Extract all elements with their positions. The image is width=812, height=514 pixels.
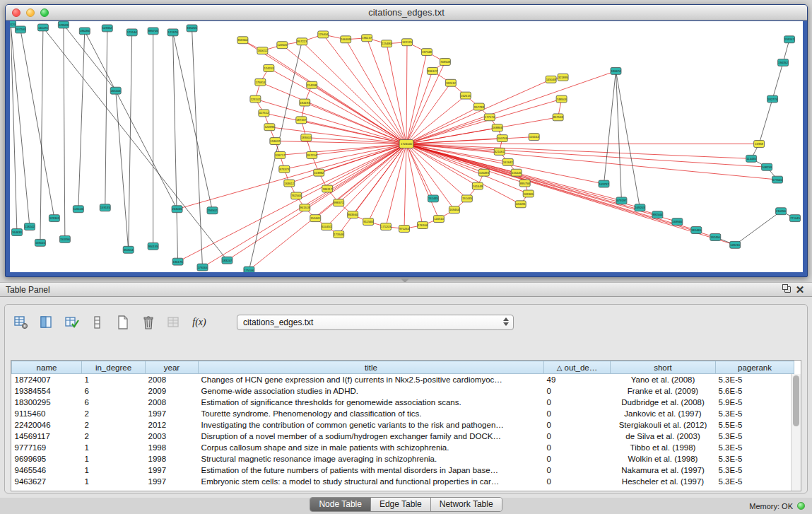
graph-edge[interactable] <box>249 144 406 270</box>
graph-edge[interactable] <box>735 211 781 245</box>
graph-edge[interactable] <box>227 144 406 261</box>
graph-edge[interactable] <box>178 144 406 262</box>
graph-edge[interactable] <box>406 107 479 144</box>
table-row[interactable]: 1938455462009Genome-wide association stu… <box>12 385 794 397</box>
graph-edge[interactable] <box>387 44 406 144</box>
graph-edge[interactable] <box>78 31 85 209</box>
graph-edge[interactable] <box>406 62 445 144</box>
table-cell: 6 <box>82 385 146 397</box>
row-options-button[interactable] <box>88 313 107 332</box>
graph-edge[interactable] <box>40 28 43 243</box>
graph-edge[interactable] <box>269 68 406 144</box>
graph-edge[interactable] <box>43 28 228 260</box>
graph-edge[interactable] <box>346 40 406 144</box>
graph-edge[interactable] <box>406 71 616 144</box>
table-cell: Changes of HCN gene expression and I(f) … <box>199 374 544 385</box>
column-header-out_de[interactable]: △out_de… <box>544 361 611 374</box>
graph-edge[interactable] <box>319 144 406 173</box>
table-cell: Wolkin et al. (1998) <box>611 453 716 465</box>
graph-edge[interactable] <box>404 144 406 229</box>
graph-edge[interactable] <box>406 144 735 245</box>
close-button[interactable] <box>12 8 20 17</box>
graph-node-label: 957788 <box>474 105 485 109</box>
graph-node-label: 970264 <box>399 227 410 230</box>
graph-edge[interactable] <box>20 30 54 218</box>
column-header-year[interactable]: year <box>146 361 199 374</box>
table-row[interactable]: 911546021997Tourette syndrome. Phenomeno… <box>12 408 794 419</box>
graph-edge[interactable] <box>192 28 203 267</box>
graph-node-label: 427512 <box>259 112 269 115</box>
edit-table-button[interactable] <box>63 313 81 332</box>
table-cell: 0 <box>544 465 611 476</box>
graph-node-label: 610451 <box>322 225 332 228</box>
network-canvas[interactable]: 1724040818304160012122605957223125404166… <box>10 21 803 272</box>
graph-edge[interactable] <box>173 33 213 211</box>
scrollbar-thumb[interactable] <box>793 375 799 426</box>
import-table-button[interactable] <box>165 313 183 332</box>
graph-edge[interactable] <box>85 31 177 209</box>
table-row[interactable]: 1872400712008Changes of HCN gene express… <box>12 374 794 385</box>
table-row[interactable]: 2242004622012Investigating the contribut… <box>12 419 794 431</box>
delete-button[interactable] <box>139 313 158 332</box>
graph-edge[interactable] <box>116 90 129 250</box>
table-cell: 1 <box>82 476 146 487</box>
graph-edge[interactable] <box>64 25 65 239</box>
table-row[interactable]: 1830029562008Estimation of significance … <box>12 397 794 408</box>
graph-edge[interactable] <box>616 71 621 200</box>
column-header-short[interactable]: short <box>611 361 716 374</box>
graph-edge[interactable] <box>604 71 616 184</box>
graph-edge[interactable] <box>173 33 178 262</box>
network-view-window: citations_edges.txt 17240408183041600121… <box>5 4 808 277</box>
table-row[interactable]: 969969511998Structural magnetic resonanc… <box>12 453 794 465</box>
graph-edge[interactable] <box>616 71 640 207</box>
graph-node-label: 863560 <box>348 213 358 216</box>
show-columns-button[interactable] <box>37 313 56 332</box>
function-builder-button[interactable]: f(x) <box>190 313 208 332</box>
table-cell: 18724007 <box>12 374 82 385</box>
graph-edge[interactable] <box>262 51 406 144</box>
graph-edge[interactable] <box>353 144 406 215</box>
graph-edge[interactable] <box>759 99 772 144</box>
column-header-name[interactable]: name <box>12 361 82 374</box>
graph-edge[interactable] <box>105 28 107 208</box>
graph-node-label: 128216 <box>730 243 741 247</box>
column-header-pagerank[interactable]: pagerank <box>716 361 794 374</box>
minimize-button[interactable] <box>26 8 35 17</box>
table-cell: Hescheler et al. (1997) <box>611 476 716 487</box>
graph-edge[interactable] <box>406 42 407 144</box>
table-cell: 5.3E-5 <box>716 431 794 442</box>
table-row[interactable]: 946362711997Embryonic stem cells: a mode… <box>12 476 794 487</box>
graph-edge[interactable] <box>406 144 777 180</box>
table-scrollbar[interactable] <box>791 374 801 491</box>
graph-edge[interactable] <box>301 120 406 144</box>
column-header-in_degree[interactable]: in_degree <box>82 361 146 374</box>
function-builder-label: f(x) <box>192 317 206 328</box>
float-panel-button[interactable] <box>781 284 794 296</box>
graph-edge[interactable] <box>129 33 132 250</box>
table-cell: 0 <box>544 385 611 397</box>
graph-edge[interactable] <box>312 85 406 144</box>
table-row[interactable]: 977716911998Corpus callosum shape and si… <box>12 442 794 453</box>
graph-edge[interactable] <box>284 144 406 170</box>
table-row[interactable]: 1456911722003Disruption of a novel membe… <box>12 431 794 442</box>
table-cell: 14569117 <box>12 431 82 442</box>
table-row[interactable]: 946554611997Estimation of the future num… <box>12 465 794 476</box>
graph-edge[interactable] <box>406 144 767 168</box>
graph-edge[interactable] <box>64 25 116 90</box>
window-titlebar[interactable]: citations_edges.txt <box>6 5 807 21</box>
graph-edge[interactable] <box>323 35 406 144</box>
graph-edge[interactable] <box>260 82 406 144</box>
table-options-button[interactable] <box>12 313 30 332</box>
graph-node-label: 748503 <box>557 98 567 101</box>
table-selector-dropdown[interactable]: citations_edges.txt <box>237 315 514 330</box>
column-header-title[interactable]: title <box>199 361 544 374</box>
zoom-button[interactable] <box>40 8 49 17</box>
graph-edge[interactable] <box>772 63 783 100</box>
graph-edge[interactable] <box>406 144 751 159</box>
close-panel-button[interactable]: ✕ <box>794 284 806 296</box>
graph-node-label: 160012 <box>257 49 268 52</box>
graph-edge[interactable] <box>326 144 406 227</box>
graph-node-label: 169203 <box>635 206 645 209</box>
graph-edge[interactable] <box>386 144 406 227</box>
new-file-button[interactable] <box>114 313 132 332</box>
